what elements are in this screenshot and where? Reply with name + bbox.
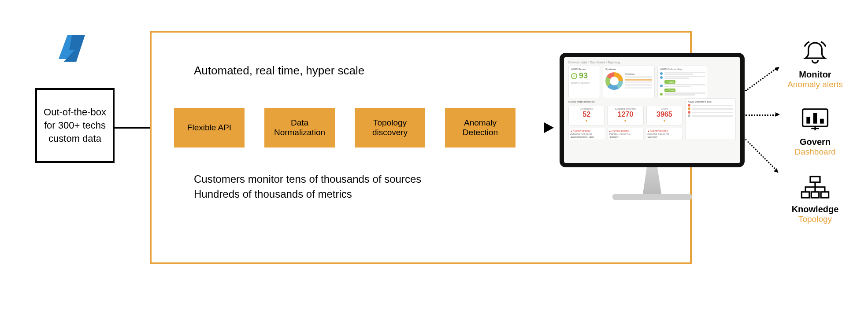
attention-metrics: Anomalies 52 ▾ Stopped Services 1270 ▾ E… [568,106,683,125]
svg-rect-5 [801,192,809,198]
headline-bottom-line2: Hundreds of thousands of metrics [194,187,421,202]
dotted-connector [746,114,776,116]
metric-anomalies: Anomalies 52 ▾ [568,106,605,125]
output-sub: Topology [775,214,855,224]
bell-icon [800,40,831,66]
output-monitor: Monitor Anomaly alerts [775,40,855,89]
onboarding-item [660,92,705,96]
step-topology-discovery: Topology discovery [355,108,425,148]
anomaly-head: Anomaly detected [612,129,629,132]
output-sub: Dashboard [775,147,855,157]
chevron-down-icon: ▾ [570,119,603,123]
metric-value: 52 [570,111,603,118]
output-sub: Anomaly alerts [775,80,855,89]
metric-label: Stopped Services [608,107,642,110]
svg-rect-6 [811,192,819,198]
anomaly-strip: ▲ Anomaly detected 2/25/2021 7:30:00 AM … [568,128,683,140]
anomaly-head: Anomaly detected [573,129,590,132]
score-ring-icon [571,73,577,79]
systems-card: Systems Overview [603,66,655,98]
dotted-connector [745,68,776,91]
dashboard-chart-icon [800,107,831,133]
onboarding-title: AIMS Onboarding [660,68,705,70]
metric-errors: Errors 3965 ▾ [646,106,683,125]
monitor-stand [639,167,665,194]
step-flexible-api: Flexible API [174,108,245,148]
monitor-base [612,194,692,200]
dotted-connector [745,139,777,171]
metric-label: Errors [648,107,681,110]
activity-title: AIMS Activity Feed [688,100,733,103]
flow-arrowhead-icon [544,122,554,133]
onboarding-card: AIMS Onboarding ✓ Done ✓ Done [657,66,708,98]
dashboard-screen: Environments › Dashboard › Topology AIMS… [564,57,740,163]
step-anomaly-detection: Anomaly Detection [445,108,516,148]
source-box: Out-of-the-box for 300+ techs custom dat… [35,88,115,163]
systems-title: Systems [605,68,652,70]
source-box-text: Out-of-the-box for 300+ techs custom dat… [41,106,108,145]
anomaly-card: ▲ Anomaly detected 2/25/2021 7:30:00 AM … [645,128,683,140]
step-label: Data Normalization [267,118,332,137]
overview-title: Overview [625,73,652,75]
svg-rect-7 [821,192,829,198]
output-knowledge: Knowledge Topology [775,174,855,224]
svg-rect-1 [806,117,810,123]
score-card: AIMS Score 93 current AIMS score [568,66,600,98]
score-card-title: AIMS Score [571,68,597,70]
topology-icon [800,174,831,201]
diagram-canvas: Out-of-the-box for 300+ techs custom dat… [0,0,868,332]
anomaly-head: Anomaly detected [650,129,668,132]
azure-logo-icon [55,31,90,66]
outputs-column: Monitor Anomaly alerts Govern Dashboard [775,40,855,242]
activity-feed-card: AIMS Activity Feed [685,98,736,140]
metric-label: Anomalies [570,107,603,110]
svg-rect-2 [813,113,817,124]
score-value: 93 [579,71,588,81]
svg-rect-4 [810,177,820,182]
step-data-normalization: Data Normalization [264,108,335,148]
output-govern: Govern Dashboard [775,107,855,157]
output-title: Monitor [775,70,855,80]
overview-lines [625,76,652,89]
headline-top: Automated, real time, hyper scale [194,64,364,77]
output-title: Knowledge [775,204,855,214]
headline-bottom-line1: Customers monitor tens of thousands of s… [194,172,421,187]
onboarding-item: ✓ Done [660,84,705,92]
anomaly-card: ▲ Anomaly detected 2/25/2021 7:30:00 AM … [607,128,644,140]
monitor-bezel: Environments › Dashboard › Topology AIMS… [560,53,745,167]
dashboard-breadcrumb: Environments › Dashboard › Topology [568,61,736,64]
step-label: Flexible API [187,123,231,133]
metric-value: 1270 [608,111,642,118]
step-label: Anomaly Detection [448,118,513,137]
onboarding-item [660,71,705,75]
metric-value: 3965 [648,111,681,118]
anomaly-card: ▲ Anomaly detected 2/25/2021 7:30:00 AM … [568,128,605,140]
score-subtitle: current AIMS score [571,81,597,84]
svg-rect-3 [820,119,824,124]
chevron-down-icon: ▾ [648,119,681,123]
metric-stopped: Stopped Services 1270 ▾ [607,106,643,125]
step-label: Topology discovery [357,118,423,137]
systems-donut-icon [605,72,623,90]
output-title: Govern [775,137,855,147]
dashboard-monitor: Environments › Dashboard › Topology AIMS… [560,53,745,200]
chevron-down-icon: ▾ [608,119,642,123]
onboarding-item: ✓ Done [660,75,705,84]
headline-bottom: Customers monitor tens of thousands of s… [194,172,421,201]
attention-title: Needs your attention [568,100,683,103]
